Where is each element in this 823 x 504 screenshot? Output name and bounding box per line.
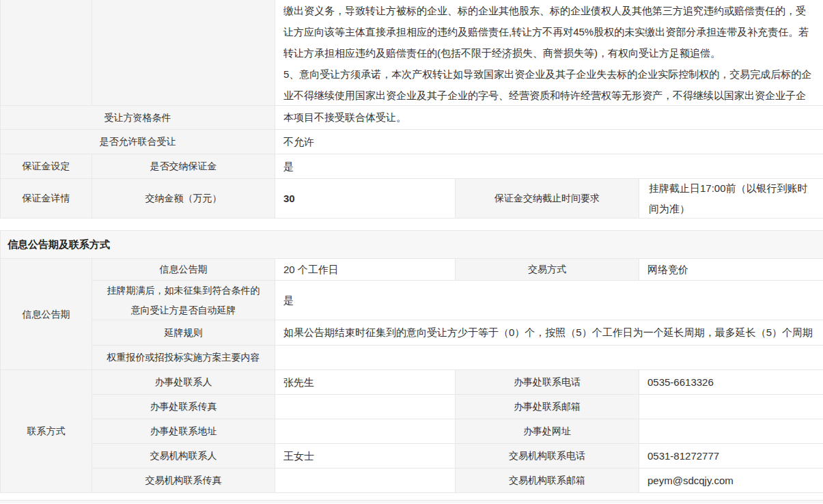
auto-extend-label: 挂牌期满后，如未征集到符合条件的意向受让方是否自动延牌 — [92, 281, 275, 320]
bottom-gap — [0, 493, 823, 500]
office-fax-label: 办事处联系传真 — [92, 395, 275, 419]
commitment-paragraph-1: 缴出资义务，导致转让方被标的企业、标的企业其他股东、标的企业债权人及其他第三方追… — [283, 0, 813, 64]
qualification-value: 本项目不接受联合体受让。 — [275, 106, 823, 130]
transfer-conditions-table: 缴出资义务，导致转让方被标的企业、标的企业其他股东、标的企业债权人及其他第三方追… — [0, 0, 823, 219]
qualification-label: 受让方资格条件 — [1, 106, 275, 130]
deposit-required-label: 是否交纳保证金 — [92, 154, 275, 179]
announcement-contact-table: 信息公告期及联系方式 信息公告期 信息公告期 20 个工作日 交易方式 网络竞价… — [0, 230, 823, 493]
agency-contact-value: 王女士 — [275, 444, 456, 468]
next-section-top-edge — [0, 500, 823, 503]
label-cell-empty — [92, 0, 275, 106]
period-value: 20 个工作日 — [275, 259, 456, 281]
agency-contact-label: 交易机构联系人 — [92, 444, 275, 468]
commitment-paragraph-2: 5、意向受让方须承诺，本次产权转让如导致国家出资企业及其子企业失去标的企业实际控… — [283, 64, 813, 106]
trade-mode-value: 网络竞价 — [639, 259, 823, 281]
office-address-label: 办事处联系地址 — [92, 419, 275, 444]
deposit-detail-group-label: 保证金详情 — [1, 179, 92, 219]
agency-email-value: peym@sdcqjy.com — [639, 468, 823, 493]
office-email-value — [639, 395, 823, 419]
office-fax-value — [275, 395, 456, 419]
office-contact-value: 张先生 — [275, 370, 456, 395]
agency-fax-value — [275, 468, 456, 493]
deposit-deadline-label: 保证金交纳截止时间要求 — [456, 179, 639, 219]
joint-transfer-value: 不允许 — [275, 130, 823, 154]
agency-phone-label: 交易机构联系电话 — [456, 444, 639, 468]
office-phone-label: 办事处联系电话 — [456, 370, 639, 395]
deposit-amount-value: 30 — [275, 179, 456, 219]
table-gap — [0, 219, 823, 230]
contact-group-label: 联系方式 — [1, 370, 92, 493]
period-label: 信息公告期 — [92, 259, 275, 281]
office-contact-label: 办事处联系人 — [92, 370, 275, 395]
trade-mode-label: 交易方式 — [456, 259, 639, 281]
group-cell-empty-left — [1, 0, 92, 106]
transfer-commitment-text: 缴出资义务，导致转让方被标的企业、标的企业其他股东、标的企业债权人及其他第三方追… — [275, 0, 823, 106]
joint-transfer-label: 是否允许联合受让 — [1, 130, 275, 154]
agency-email-label: 交易机构联系邮箱 — [456, 468, 639, 493]
office-address-value — [275, 419, 456, 444]
section-title: 信息公告期及联系方式 — [1, 230, 823, 259]
office-web-value — [639, 419, 823, 444]
weight-quote-label: 权重报价或招投标实施方案主要内容 — [92, 346, 275, 370]
auto-extend-value: 是 — [275, 281, 823, 320]
deposit-setting-group-label: 保证金设定 — [1, 154, 92, 179]
office-web-label: 办事处网址 — [456, 419, 639, 444]
office-phone-value: 0535-6613326 — [639, 370, 823, 395]
weight-quote-value — [275, 346, 823, 370]
announcement-group-label: 信息公告期 — [1, 259, 92, 370]
agency-fax-label: 交易机构联系传真 — [92, 468, 275, 493]
deposit-required-value: 是 — [275, 154, 823, 179]
deposit-deadline-value: 挂牌截止日17:00前（以银行到账时间为准） — [639, 179, 823, 219]
deposit-amount-label: 交纳金额（万元） — [92, 179, 275, 219]
office-email-label: 办事处联系邮箱 — [456, 395, 639, 419]
extend-rule-value: 如果公告期结束时征集到的意向受让方少于等于（0）个，按照（5）个工作日为一个延长… — [275, 320, 823, 346]
agency-phone-value: 0531-81272777 — [639, 444, 823, 468]
extend-rule-label: 延牌规则 — [92, 320, 275, 346]
